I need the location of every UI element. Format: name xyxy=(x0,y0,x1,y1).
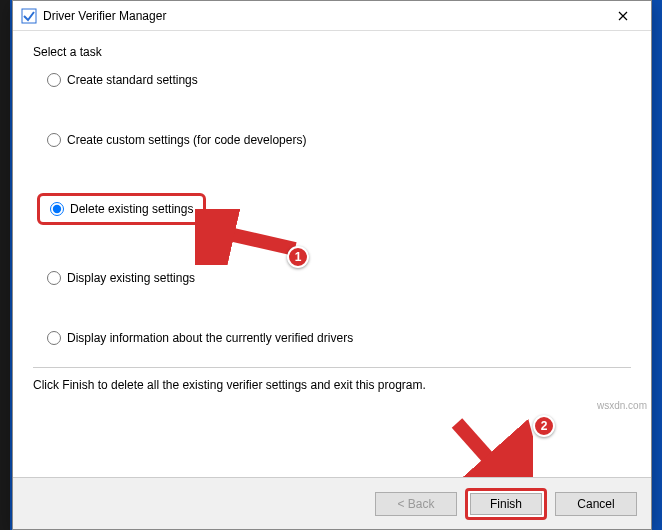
annotation-badge-2: 2 xyxy=(533,415,555,437)
option-label: Display information about the currently … xyxy=(67,331,353,345)
highlight-delete-existing: Delete existing settings xyxy=(37,193,206,225)
button-row: < Back Finish Cancel xyxy=(13,477,651,529)
task-label: Select a task xyxy=(33,45,631,59)
option-label: Create standard settings xyxy=(67,73,198,87)
option-label: Display existing settings xyxy=(67,271,195,285)
finish-button[interactable]: Finish xyxy=(465,488,547,520)
back-button: < Back xyxy=(375,492,457,516)
window-title: Driver Verifier Manager xyxy=(43,9,603,23)
button-label: Cancel xyxy=(577,497,614,511)
option-create-custom[interactable]: Create custom settings (for code develop… xyxy=(47,133,631,147)
close-icon xyxy=(618,11,628,21)
option-display-info[interactable]: Display information about the currently … xyxy=(47,331,631,345)
options-group: Create standard settings Create custom s… xyxy=(33,73,631,345)
button-label: Finish xyxy=(490,497,522,511)
option-display-existing[interactable]: Display existing settings xyxy=(47,271,631,285)
radio-display-existing[interactable] xyxy=(47,271,61,285)
separator xyxy=(33,367,631,368)
titlebar: Driver Verifier Manager xyxy=(13,1,651,31)
option-label: Create custom settings (for code develop… xyxy=(67,133,306,147)
content-area: Select a task Create standard settings C… xyxy=(13,31,651,477)
option-label: Delete existing settings xyxy=(70,202,193,216)
option-delete-existing[interactable]: Delete existing settings xyxy=(50,202,193,216)
cancel-button[interactable]: Cancel xyxy=(555,492,637,516)
desktop-taskbar-edge xyxy=(0,0,10,530)
option-create-standard[interactable]: Create standard settings xyxy=(47,73,631,87)
driver-verifier-window: Driver Verifier Manager Select a task Cr… xyxy=(12,0,652,530)
radio-display-info[interactable] xyxy=(47,331,61,345)
watermark: wsxdn.com xyxy=(597,400,647,411)
app-icon xyxy=(21,8,37,24)
button-label: < Back xyxy=(397,497,434,511)
close-button[interactable] xyxy=(603,2,643,30)
radio-delete-existing[interactable] xyxy=(50,202,64,216)
radio-create-standard[interactable] xyxy=(47,73,61,87)
radio-create-custom[interactable] xyxy=(47,133,61,147)
instruction-text: Click Finish to delete all the existing … xyxy=(33,378,631,392)
svg-line-2 xyxy=(457,423,505,477)
